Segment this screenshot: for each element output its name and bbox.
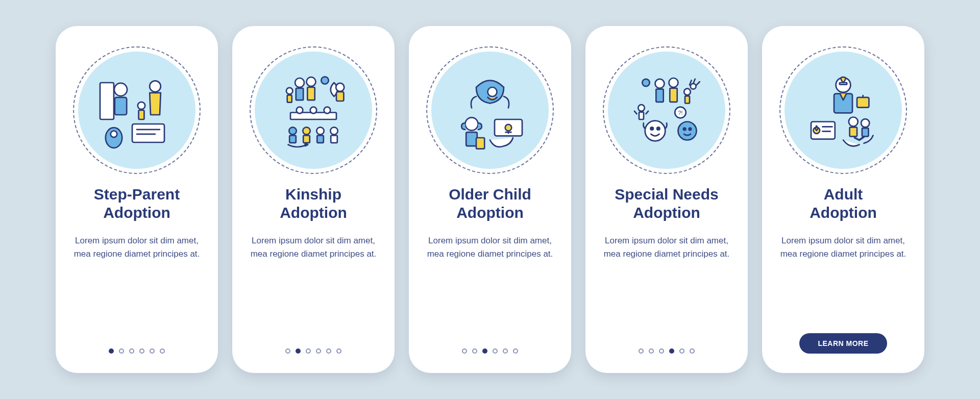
pagination-dot[interactable] [639,348,644,354]
svg-point-23 [324,107,331,114]
svg-point-17 [321,77,328,84]
card-title: Adult Adoption [810,185,877,222]
pagination-dot[interactable] [493,348,498,354]
pagination-dot[interactable] [109,348,114,354]
svg-point-9 [106,128,122,148]
svg-point-3 [150,81,161,92]
pagination-dot[interactable] [316,348,321,354]
cards-container: Step-Parent AdoptionLorem ipsum dolor si… [56,26,924,373]
card-footer [248,348,379,354]
svg-point-28 [316,127,324,134]
svg-point-59 [675,107,686,118]
pagination-dot[interactable] [503,348,508,354]
svg-point-15 [286,88,293,94]
pagination-dot[interactable] [649,348,654,354]
svg-rect-36 [476,138,484,149]
svg-point-61 [836,78,851,92]
svg-point-57 [683,128,686,131]
pagination-dots [639,348,695,354]
pagination-dot[interactable] [690,348,695,354]
older-child-icon [431,52,549,169]
onboarding-card: Adult AdoptionLorem ipsum dolor sit dim … [762,26,924,373]
card-title: Special Needs Adoption [615,185,718,222]
svg-point-44 [669,78,678,87]
svg-point-46 [684,89,691,95]
svg-rect-5 [139,110,144,119]
pagination-dot[interactable] [129,348,134,354]
onboarding-card: Step-Parent AdoptionLorem ipsum dolor si… [56,26,218,373]
svg-rect-73 [862,128,869,136]
svg-rect-0 [100,83,114,119]
onboarding-card: Kinship AdoptionLorem ipsum dolor sit di… [232,26,395,373]
svg-point-18 [336,83,344,91]
pagination-dot[interactable] [285,348,290,354]
svg-point-55 [657,127,659,130]
svg-rect-37 [495,119,522,136]
svg-rect-43 [656,89,663,102]
special-needs-icon: ?! [608,52,725,169]
card-description: Lorem ipsum dolor sit dim amet, mea regi… [601,234,732,260]
svg-point-53 [645,121,666,141]
pagination-dot[interactable] [150,348,155,354]
card-description: Lorem ipsum dolor sit dim amet, mea regi… [248,234,379,260]
pagination-dots [462,348,518,354]
svg-point-10 [111,131,117,138]
svg-point-24 [289,127,296,134]
svg-rect-14 [307,87,314,100]
svg-point-34 [465,117,478,130]
pagination-dot[interactable] [119,348,124,354]
svg-rect-16 [287,95,292,102]
card-footer [601,348,732,354]
pagination-dot[interactable] [160,348,165,354]
svg-rect-71 [850,127,857,136]
pagination-dots [285,348,341,354]
svg-point-21 [297,107,303,114]
svg-point-4 [138,102,145,109]
svg-point-72 [861,119,869,127]
onboarding-card: ?! Special Needs AdoptionLorem ipsum dol… [585,26,748,373]
svg-rect-25 [289,136,296,143]
card-description: Lorem ipsum dolor sit dim amet, mea regi… [71,234,203,260]
svg-rect-19 [336,92,344,101]
pagination-dot[interactable] [482,348,487,354]
svg-rect-29 [317,136,324,143]
pagination-dot[interactable] [513,348,518,354]
pagination-dot[interactable] [472,348,477,354]
pagination-dot[interactable] [139,348,144,354]
pagination-dots [109,348,165,354]
svg-line-51 [634,111,637,114]
svg-point-11 [295,78,304,87]
svg-point-54 [651,127,653,130]
svg-rect-31 [331,136,337,143]
pagination-dot[interactable] [462,348,467,354]
onboarding-card: Older Child AdoptionLorem ipsum dolor si… [409,26,571,373]
svg-point-1 [114,83,127,96]
pagination-dot[interactable] [669,348,674,354]
svg-rect-47 [685,96,690,103]
pagination-dot[interactable] [659,348,664,354]
pagination-dot[interactable] [306,348,311,354]
pagination-dot[interactable] [326,348,331,354]
learn-more-button[interactable]: LEARN MORE [799,333,887,354]
svg-rect-2 [115,97,127,115]
svg-rect-50 [639,112,644,119]
svg-point-26 [303,127,310,134]
svg-point-56 [678,122,697,140]
pagination-dot[interactable] [336,348,341,354]
svg-rect-6 [132,124,164,142]
svg-point-30 [330,127,337,134]
svg-rect-12 [296,88,303,100]
pagination-dot[interactable] [296,348,301,354]
pagination-dot[interactable] [679,348,684,354]
card-title: Older Child Adoption [449,185,531,222]
card-title: Step-Parent Adoption [94,185,180,222]
svg-rect-27 [303,136,310,143]
card-footer [71,348,203,354]
card-description: Lorem ipsum dolor sit dim amet, mea regi… [777,234,909,260]
svg-point-42 [655,79,665,88]
card-footer: LEARN MORE [777,333,909,354]
svg-point-13 [307,77,316,86]
svg-rect-20 [290,113,336,120]
svg-marker-32 [305,143,308,146]
svg-point-48 [691,84,696,89]
